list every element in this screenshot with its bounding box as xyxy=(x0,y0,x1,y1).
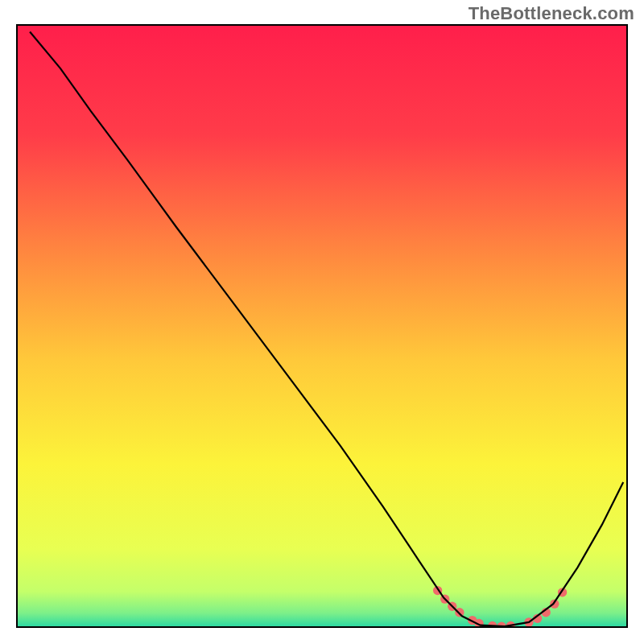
watermark-label: TheBottleneck.com xyxy=(469,3,634,24)
chart-frame: TheBottleneck.com xyxy=(0,0,644,644)
plot-area xyxy=(16,24,628,628)
highlight-dot xyxy=(488,621,497,628)
bottleneck-curve xyxy=(30,32,623,627)
curve-layer xyxy=(18,26,626,628)
highlight-dot xyxy=(497,622,506,628)
